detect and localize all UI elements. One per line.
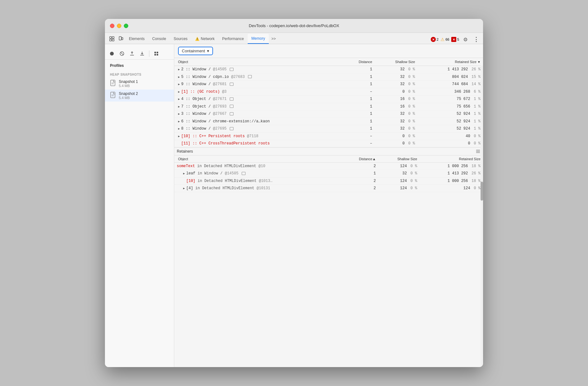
- download-button[interactable]: [138, 49, 147, 58]
- col-retained[interactable]: Retained Size ▼: [418, 58, 483, 66]
- snapshot-1-name: Snapshot 1: [119, 79, 138, 84]
- retainer-context: in Detached HTMLDivElement: [198, 179, 257, 183]
- row-object-cell: ▶3 :: Window / @27667: [174, 110, 343, 118]
- tab-network[interactable]: ⚠️ Network: [191, 34, 218, 44]
- row-label: [10] :: C++ Persistent roots: [181, 134, 245, 138]
- row-retained-cell: 52 924 1 %: [418, 110, 483, 118]
- svg-rect-1: [110, 39, 112, 41]
- ret-col-shallow[interactable]: Shallow Size: [378, 155, 420, 163]
- retainers-menu-icon[interactable]: [476, 149, 481, 154]
- heap-row[interactable]: ▶6 :: Window / chrome-extension://a…kaon…: [174, 118, 483, 125]
- expand-btn[interactable]: ▶: [177, 82, 181, 87]
- tab-performance[interactable]: Performance: [218, 34, 248, 44]
- row-label: 5 :: Window / cdpn.io: [181, 75, 229, 79]
- row-distance-cell: –: [343, 132, 375, 140]
- expand-btn[interactable]: ▶: [177, 104, 181, 109]
- row-shallow-cell: 0 0 %: [375, 132, 418, 140]
- collect-icon: [154, 51, 159, 56]
- heap-table-container[interactable]: Object Distance Shallow Size Retained Si…: [174, 58, 483, 367]
- upload-button[interactable]: [128, 49, 136, 58]
- heap-table-body: ▶2 :: Window / @14505 1 32 0 % 1 413 292…: [174, 66, 483, 147]
- svg-rect-5: [122, 38, 123, 40]
- close-button[interactable]: [110, 24, 114, 28]
- settings-button[interactable]: ⚙: [461, 35, 470, 44]
- row-distance-cell: 1: [343, 73, 375, 81]
- row-shallow-cell: 16 0 %: [375, 96, 418, 103]
- heap-row[interactable]: ▶8 :: Window / @27695 1 32 0 % 52 924 1 …: [174, 125, 483, 133]
- row-retained-cell: 52 924 1 %: [418, 118, 483, 125]
- retainer-shallow-cell: 124 0 %: [378, 163, 420, 170]
- ret-col-retained[interactable]: Retained Size: [420, 155, 483, 163]
- retainer-object-cell: [10] in Detached HTMLDivElement @1013…: [174, 177, 342, 184]
- retainer-row[interactable]: ▶leaf in Window / @14505 1 32 0 % 1 413 …: [174, 170, 483, 178]
- row-id: @27693: [213, 104, 227, 109]
- retainer-row[interactable]: ▶[4] in Detached HTMLDivElement @10131 2…: [174, 184, 483, 192]
- row-distance-cell: 1: [343, 125, 375, 133]
- expand-btn[interactable]: ▶: [177, 119, 181, 124]
- retainer-shallow-cell: 124 0 %: [378, 184, 420, 192]
- row-id: @27667: [213, 112, 227, 116]
- sidebar: Profiles HEAP SNAPSHOTS Snapshot 1 5.4 M…: [105, 44, 174, 367]
- expand-btn[interactable]: ▶: [182, 172, 186, 176]
- tab-elements[interactable]: Elements: [125, 34, 148, 44]
- heap-row[interactable]: ▶5 :: Window / cdpn.io @27683 1 32 0 % 8…: [174, 73, 483, 81]
- maximize-button[interactable]: [124, 24, 128, 28]
- snapshot-1-item[interactable]: Snapshot 1 5.4 MB: [105, 78, 174, 90]
- retainers-table-body: someText in Detached HTMLDivElement @10 …: [174, 163, 483, 192]
- col-distance[interactable]: Distance: [343, 58, 375, 66]
- tab-more[interactable]: >>: [269, 34, 278, 44]
- tab-inspect[interactable]: [107, 34, 116, 44]
- svg-rect-2: [112, 37, 114, 38]
- record-button[interactable]: [107, 49, 116, 58]
- retainer-context: in Window /: [198, 171, 222, 176]
- info-icon: ✕: [451, 37, 456, 42]
- retainer-row[interactable]: [10] in Detached HTMLDivElement @1013… 2…: [174, 177, 483, 184]
- expand-btn[interactable]: ▶: [177, 90, 181, 94]
- heap-row[interactable]: ▶7 :: Object / @27693 1 16 0 % 75 656 1 …: [174, 103, 483, 110]
- expand-btn[interactable]: ▶: [177, 67, 181, 72]
- heap-row[interactable]: ▶2 :: Window / @14505 1 32 0 % 1 413 292…: [174, 66, 483, 73]
- heap-row[interactable]: ▶[1] :: (GC roots) @3 – 0 0 % 346 268 6 …: [174, 88, 483, 96]
- containment-button[interactable]: Containment ▾: [178, 47, 213, 55]
- record-icon: [109, 51, 114, 56]
- retainer-distance-cell: 2: [342, 163, 378, 170]
- snapshot-2-item[interactable]: Snapshot 2 5.4 MB: [105, 90, 174, 102]
- expand-btn[interactable]: ▶: [177, 112, 181, 116]
- window-icon: [248, 75, 252, 78]
- row-distance-cell: –: [343, 140, 375, 147]
- heap-row[interactable]: ▶[10] :: C++ Persistent roots @7118 – 0 …: [174, 132, 483, 140]
- expand-btn[interactable]: ▶: [177, 75, 181, 79]
- tab-bar: Elements Console Sources ⚠️ Network Perf…: [105, 33, 483, 44]
- tab-console[interactable]: Console: [148, 34, 170, 44]
- containment-toolbar: Containment ▾: [174, 44, 483, 58]
- heap-row[interactable]: ▶3 :: Window / @27667 1 32 0 % 52 924 1 …: [174, 110, 483, 118]
- scrollbar-track[interactable]: [481, 58, 483, 367]
- tab-memory[interactable]: Memory: [248, 34, 269, 44]
- expand-btn[interactable]: ▶: [177, 127, 181, 131]
- tab-sources[interactable]: Sources: [170, 34, 191, 44]
- retainer-retained-cell: 124 0 %: [420, 184, 483, 192]
- device-icon: [118, 36, 123, 41]
- snapshot-2-icon: [110, 92, 116, 99]
- more-menu-button[interactable]: ⋮: [472, 35, 481, 44]
- tab-device[interactable]: [116, 34, 125, 44]
- clear-button[interactable]: [118, 49, 126, 58]
- row-shallow-cell: 32 0 %: [375, 73, 418, 81]
- ret-col-distance[interactable]: Distance▲: [342, 155, 378, 163]
- retainer-row[interactable]: someText in Detached HTMLDivElement @10 …: [174, 163, 483, 170]
- heap-row[interactable]: ▶4 :: Object / @27671 1 16 0 % 75 672 1 …: [174, 96, 483, 103]
- collect-garbage-button[interactable]: [152, 49, 161, 58]
- expand-btn[interactable]: ▶: [177, 134, 181, 138]
- col-shallow[interactable]: Shallow Size: [375, 58, 418, 66]
- expand-btn[interactable]: ▶: [182, 186, 186, 190]
- minimize-button[interactable]: [117, 24, 121, 28]
- scrollbar-thumb[interactable]: [481, 182, 483, 201]
- retainer-distance-cell: 2: [342, 177, 378, 184]
- snapshot-2-info: Snapshot 2 5.4 MB: [119, 91, 138, 100]
- heap-row[interactable]: [11] :: C++ CrossThreadPersistent roots …: [174, 140, 483, 147]
- expand-btn[interactable]: ▶: [177, 97, 181, 102]
- row-distance-cell: 1: [343, 118, 375, 125]
- info-badge: ✕ 5: [451, 37, 459, 42]
- heap-row[interactable]: ▶9 :: Window / @27681 1 32 0 % 744 684 1…: [174, 81, 483, 88]
- toolbar-sep: [149, 50, 149, 57]
